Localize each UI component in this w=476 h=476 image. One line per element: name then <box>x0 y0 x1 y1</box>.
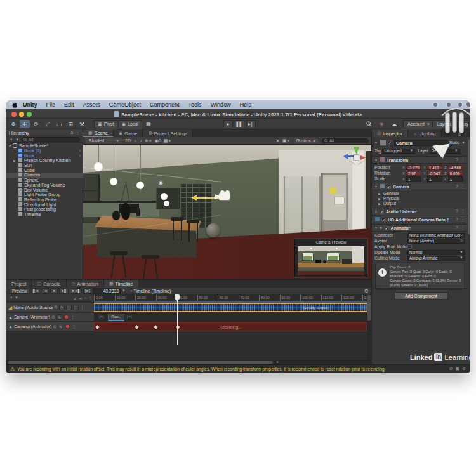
hierarchy-item-sphere[interactable]: Sphere <box>6 178 83 183</box>
collab-icon[interactable]: ✳ <box>376 120 387 128</box>
account-dropdown[interactable]: Account▼ <box>403 120 435 128</box>
object-picker-icon[interactable]: ⊙ <box>460 239 463 243</box>
hd-camera-data-header[interactable]: ✓ HD Additional Camera Data (Script) ?⋮ <box>372 216 468 223</box>
scene-fx-icon[interactable]: ❈▼ <box>145 138 152 143</box>
tab-project[interactable]: Project <box>6 280 32 288</box>
foldout-icon[interactable]: ▼ <box>374 141 378 145</box>
chevron-down-icon[interactable]: ▼ <box>461 141 465 145</box>
prefab-chevron-icon[interactable]: › <box>79 149 83 153</box>
move-tool-button[interactable]: ✛ <box>20 120 30 128</box>
camera-foldout-physical[interactable]: ▶Physical <box>372 196 468 201</box>
custom-tool-button[interactable]: ⚒ <box>77 120 87 128</box>
sphere-recorded-clip[interactable]: Rec... <box>108 314 124 321</box>
curve-toggle-icon[interactable]: ∿ <box>58 324 63 329</box>
play-range-button[interactable]: [►] <box>83 288 91 294</box>
timeline-vscrollbar[interactable] <box>367 294 371 360</box>
position-y-field[interactable]: 1.413 <box>427 165 442 170</box>
local-toggle[interactable]: ◉Local <box>118 120 142 128</box>
camera-component-header[interactable]: ▼ ✓ Camera ?⋮ <box>372 183 468 190</box>
curve-toggle-icon[interactable]: ∿ <box>59 305 65 310</box>
object-picker-icon[interactable]: ⊙ <box>53 324 56 329</box>
scene-visibility-icon[interactable]: ◉0 <box>155 138 161 143</box>
frame-field[interactable]: 40.2333 <box>93 288 121 294</box>
kebab-menu-icon[interactable]: ⋮ <box>461 209 465 214</box>
shading-mode-dropdown[interactable]: Shaded▼ <box>86 138 122 143</box>
light-gizmo-icon[interactable]: ✳ <box>111 178 116 184</box>
record-toggle-icon[interactable] <box>65 324 70 329</box>
help-icon[interactable]: ? <box>456 209 458 214</box>
add-object-button[interactable]: ＋ <box>9 136 13 143</box>
scene-audio-icon[interactable]: ♪ <box>140 138 142 143</box>
hierarchy-item-camera[interactable]: Camera <box>6 173 83 178</box>
kebab-menu-icon[interactable]: ⋮ <box>463 132 468 137</box>
sphere-track-header[interactable]: ▲ Sphere (Animator) ⊙ ∿ ⋮ <box>6 313 94 322</box>
tab-timeline[interactable]: ▦Timeline <box>104 280 139 288</box>
toggle-2d-button[interactable]: 2D <box>125 138 131 143</box>
playhead[interactable] <box>177 294 178 345</box>
position-x-field[interactable]: -3.979 <box>406 165 421 170</box>
camera-enabled-checkbox[interactable]: ✓ <box>387 185 391 189</box>
go-to-end-button[interactable]: ►►▌ <box>70 288 82 294</box>
keyframe-diamond[interactable] <box>154 325 158 329</box>
audio-listener-header[interactable]: ∩ ✓ Audio Listener ?⋮ <box>372 208 468 215</box>
rotation-y-field[interactable]: -0.547 <box>427 171 442 176</box>
tab-animation[interactable]: ◷Animation <box>67 280 104 288</box>
kebab-menu-icon[interactable]: ⋮ <box>461 225 465 230</box>
hierarchy-item-sun[interactable]: Sun <box>6 163 83 168</box>
help-icon[interactable]: ? <box>456 157 458 162</box>
timeline-hscrollbar[interactable]: ◄ <box>6 360 371 364</box>
scale-x-field[interactable]: 1 <box>406 176 421 182</box>
gameobject-name-field[interactable]: Camera <box>394 140 447 146</box>
apple-logo-icon[interactable] <box>11 102 17 109</box>
curves-view-icon[interactable]: ⊿ <box>74 296 77 300</box>
kebab-menu-icon[interactable]: ⋮ <box>461 157 465 162</box>
orientation-gizmo[interactable] <box>345 147 367 169</box>
kebab-menu-icon[interactable]: ⋮ <box>72 324 76 329</box>
next-frame-button[interactable]: ►▌ <box>59 288 68 294</box>
add-component-button[interactable]: Add Component <box>394 292 448 300</box>
tab-console[interactable]: ◫Console <box>32 280 66 288</box>
scene-viewport[interactable]: ✳ ✳ ✳ ✳ <box>83 145 371 279</box>
scene-lighting-icon[interactable]: ☼ <box>133 138 137 143</box>
hierarchy-item-box-volume[interactable]: Box Volume <box>6 187 83 192</box>
component-tools-icon[interactable]: ✕ <box>276 138 280 143</box>
timeline-settings-gear-icon[interactable]: ⚙ <box>364 288 369 294</box>
scale-y-field[interactable]: 1 <box>427 176 442 182</box>
clip-ease-handle-icon[interactable]: (=) <box>127 315 132 319</box>
controller-object-field[interactable]: None (Runtime Animator Controller)⊙ <box>407 233 465 238</box>
pivot-toggle[interactable]: ▣Pivot <box>94 120 117 128</box>
sphere-object[interactable] <box>206 223 220 237</box>
tab-lighting[interactable]: ☼Lighting <box>408 129 442 137</box>
rotation-x-field[interactable]: 2.97 <box>406 171 421 176</box>
hierarchy-header[interactable]: Hierarchy a⋮ <box>6 129 83 136</box>
menu-item-file[interactable]: File <box>42 102 60 108</box>
animator-checkbox[interactable]: ✓ <box>385 226 389 230</box>
audio-listener-checkbox[interactable]: ✓ <box>380 209 384 214</box>
update-mode-dropdown[interactable]: Normal▼ <box>407 250 465 255</box>
camera-foldout-output[interactable]: ▶Output <box>372 201 468 206</box>
menu-item-help[interactable]: Help <box>235 102 256 108</box>
scrollbar-thumb[interactable] <box>367 295 371 321</box>
lock-icon[interactable]: a <box>70 130 73 135</box>
kebab-menu-icon[interactable]: ⋮ <box>76 130 80 135</box>
preview-toggle[interactable]: Preview <box>9 288 30 294</box>
hierarchy-item-post-processing[interactable]: Post processing <box>6 207 83 212</box>
avatar-object-field[interactable]: None (Avatar)⊙ <box>407 239 465 244</box>
foldout-icon[interactable]: ▶ <box>13 159 18 162</box>
tab-inspector[interactable]: ◎Inspector <box>372 129 408 137</box>
help-icon[interactable]: ? <box>456 225 458 230</box>
grid-snap-button[interactable]: ▦ <box>143 120 154 128</box>
menu-item-assets[interactable]: Assets <box>79 102 105 108</box>
light-gizmo-icon[interactable]: ✳ <box>158 180 163 187</box>
tab-project-settings[interactable]: ⚙Project Settings <box>143 129 193 137</box>
animator-component-header[interactable]: ▼⟡ ✓ Animator ?⋮ <box>372 224 468 232</box>
scene-camera-icon[interactable]: ▣▼ <box>282 138 291 143</box>
scene-grid-icon[interactable]: ▦▼ <box>164 138 172 143</box>
hierarchy-item-sky-and-fog-volume[interactable]: Sky and Fog Volume <box>6 183 83 188</box>
camera-track-header[interactable]: ▲ Camera (Animator) ⊙ ∿ ⋮ <box>6 322 94 331</box>
hierarchy-item-book[interactable]: Book› <box>6 153 83 158</box>
menu-item-unity[interactable]: Unity <box>18 102 42 108</box>
menu-item-gameobject[interactable]: GameObject <box>105 102 146 108</box>
rotation-z-field[interactable]: 0.009 <box>448 171 463 176</box>
gizmo-cube[interactable] <box>354 155 359 160</box>
